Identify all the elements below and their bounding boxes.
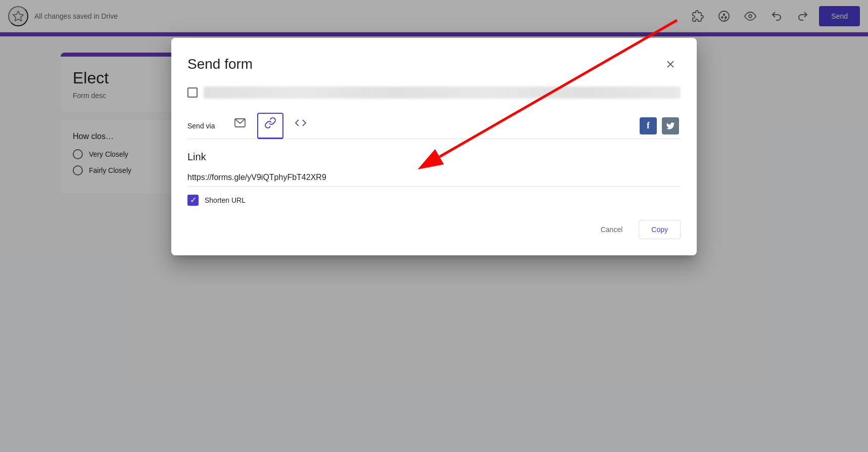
modal-overlay: Send form Send via: [0, 0, 868, 452]
collect-emails-label: [204, 86, 681, 99]
modal-title: Send form: [187, 56, 253, 72]
modal-header: Send form: [187, 54, 681, 74]
send-via-link-tab[interactable]: [257, 113, 283, 139]
send-via-embed-tab[interactable]: [287, 113, 314, 139]
modal-footer: Cancel Copy: [187, 220, 681, 239]
collect-emails-checkbox[interactable]: [187, 87, 198, 98]
facebook-icon: f: [640, 117, 657, 134]
link-section: Link https://forms.gle/yV9iQTphyFbT42XR9…: [187, 139, 681, 206]
twitter-icon: [662, 117, 679, 134]
social-icons: f: [638, 116, 681, 136]
send-via-label: Send via: [187, 122, 215, 130]
send-via-options: f: [227, 113, 681, 139]
shorten-url-row: ✓ Shorten URL: [187, 195, 681, 206]
send-via-row: Send via: [187, 113, 681, 139]
checkmark-icon: ✓: [190, 196, 197, 204]
modal-close-button[interactable]: [660, 54, 681, 74]
cancel-button[interactable]: Cancel: [593, 220, 631, 239]
facebook-share-button[interactable]: f: [638, 116, 658, 136]
twitter-share-button[interactable]: [660, 116, 681, 136]
copy-button[interactable]: Copy: [639, 220, 681, 239]
send-form-modal: Send form Send via: [171, 38, 697, 255]
shorten-url-label: Shorten URL: [205, 196, 246, 204]
shorten-url-checkbox[interactable]: ✓: [187, 195, 199, 206]
collect-emails-row: [187, 86, 681, 99]
send-via-email-tab[interactable]: [227, 113, 253, 139]
link-url-text: https://forms.gle/yV9iQTphyFbT42XR9: [187, 173, 681, 187]
link-section-title: Link: [187, 151, 681, 163]
